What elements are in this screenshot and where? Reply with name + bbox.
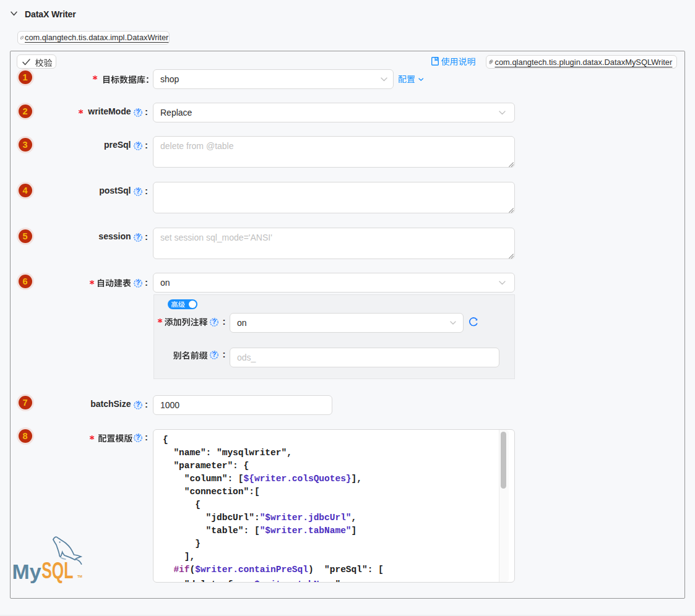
svg-text:TM: TM: [77, 575, 82, 578]
svg-text:?: ?: [136, 142, 139, 150]
svg-text:?: ?: [212, 318, 215, 325]
svg-text:?: ?: [136, 279, 139, 286]
svg-text:?: ?: [136, 234, 139, 241]
svg-text:My: My: [12, 560, 41, 583]
svg-text:SQL: SQL: [41, 558, 73, 583]
svg-text:?: ?: [136, 109, 139, 116]
svg-text:?: ?: [136, 188, 139, 195]
svg-text:?: ?: [212, 351, 215, 358]
svg-text:?: ?: [136, 434, 139, 441]
svg-text:?: ?: [136, 401, 139, 408]
